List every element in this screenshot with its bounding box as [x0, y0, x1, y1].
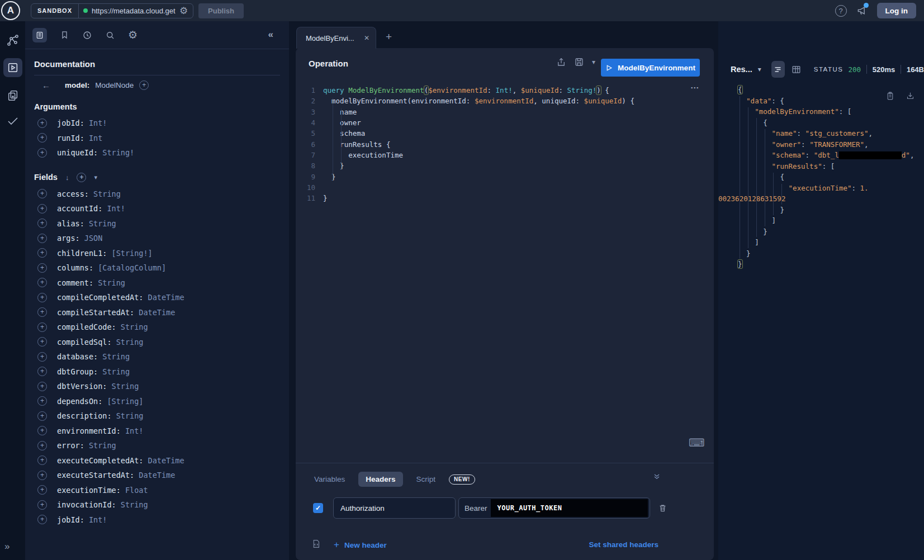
- add-field-icon[interactable]: [37, 426, 47, 435]
- add-field-icon[interactable]: [37, 441, 47, 450]
- add-field-icon[interactable]: [37, 133, 47, 143]
- field-signature[interactable]: childrenL1: [String!]: [57, 249, 153, 258]
- response-json-viewer[interactable]: {"data": {"modelByEnvironment": [{"name"…: [718, 84, 924, 270]
- announcements-megaphone-icon[interactable]: [856, 5, 868, 16]
- add-field-icon[interactable]: [37, 382, 47, 391]
- login-button[interactable]: Log in: [877, 3, 917, 18]
- add-field-icon[interactable]: [37, 307, 47, 317]
- new-tab-icon[interactable]: +: [386, 31, 392, 43]
- add-field-icon[interactable]: [37, 248, 47, 258]
- add-field-icon[interactable]: [37, 352, 47, 362]
- code-line[interactable]: 11}: [296, 193, 714, 203]
- collapse-subpanel-icon[interactable]: [652, 472, 661, 481]
- code-line[interactable]: 8 }: [296, 160, 714, 171]
- publish-button[interactable]: Publish: [198, 3, 244, 18]
- add-field-icon[interactable]: [37, 263, 47, 273]
- sort-fields-icon[interactable]: ↓: [65, 173, 69, 182]
- field-signature[interactable]: args: JSON: [57, 234, 102, 243]
- schema-graph-icon[interactable]: [6, 34, 20, 47]
- field-signature[interactable]: compileStartedAt: DateTime: [57, 308, 175, 317]
- code-line[interactable]: 9 }: [296, 171, 714, 182]
- field-signature[interactable]: database: String: [57, 352, 130, 361]
- add-field-icon[interactable]: [37, 411, 47, 421]
- field-signature[interactable]: invocationId: String: [57, 500, 148, 509]
- run-operation-button[interactable]: ModelByEnvironment: [601, 59, 700, 77]
- tab-variables[interactable]: Variables: [309, 472, 350, 487]
- add-field-icon[interactable]: [37, 485, 47, 495]
- code-line[interactable]: 10: [296, 182, 714, 193]
- add-field-icon[interactable]: [37, 396, 47, 406]
- add-field-icon[interactable]: [37, 455, 47, 465]
- tab-script[interactable]: Script: [411, 472, 442, 487]
- add-field-icon[interactable]: [37, 471, 47, 480]
- field-signature[interactable]: executionTime: Float: [57, 486, 148, 495]
- explorer-tab-icon[interactable]: [3, 58, 22, 77]
- endpoint-settings-gear-icon[interactable]: ⚙: [179, 5, 188, 17]
- tab-headers[interactable]: Headers: [358, 472, 402, 487]
- sandbox-pages-icon[interactable]: [7, 89, 19, 102]
- field-signature[interactable]: alias: String: [57, 219, 116, 228]
- endpoint-url[interactable]: https://metadata.cloud.get: [92, 7, 176, 15]
- field-signature[interactable]: dbtVersion: String: [57, 382, 139, 391]
- help-icon[interactable]: ?: [835, 5, 847, 17]
- header-value-input[interactable]: Bearer YOUR_AUTH_TOKEN: [458, 497, 650, 519]
- bookmarks-icon[interactable]: [60, 30, 69, 40]
- field-signature[interactable]: comment: String: [57, 278, 125, 287]
- delete-header-trash-icon[interactable]: [658, 503, 667, 513]
- add-field-icon[interactable]: [37, 234, 47, 243]
- collapse-panel-icon[interactable]: «: [268, 29, 273, 40]
- code-line[interactable]: 7 executionTime: [296, 150, 714, 160]
- close-tab-icon[interactable]: ✕: [364, 34, 369, 42]
- field-signature[interactable]: compiledCode: String: [57, 322, 148, 331]
- table-view-toggle-icon[interactable]: [791, 64, 802, 75]
- header-key-input[interactable]: Authorization: [333, 497, 456, 519]
- preview-headers-file-icon[interactable]: [311, 539, 321, 549]
- auth-token-field[interactable]: YOUR_AUTH_TOKEN: [491, 499, 648, 517]
- add-field-icon[interactable]: [37, 515, 47, 524]
- add-field-icon[interactable]: [37, 278, 47, 287]
- new-header-button[interactable]: + New header: [334, 539, 387, 550]
- add-to-query-icon[interactable]: [139, 80, 149, 90]
- field-signature[interactable]: compileCompletedAt: DateTime: [57, 293, 184, 302]
- code-line[interactable]: 6 runResults {: [296, 139, 714, 149]
- field-signature[interactable]: accountId: Int!: [57, 204, 125, 213]
- set-shared-headers-link[interactable]: Set shared headers: [589, 540, 658, 549]
- field-signature[interactable]: runId: Int: [57, 134, 102, 143]
- endpoint-control[interactable]: SANDBOX https://metadata.cloud.get ⚙: [31, 3, 193, 18]
- response-dropdown-chevron-icon[interactable]: ▾: [758, 65, 761, 73]
- add-field-icon[interactable]: [37, 204, 47, 213]
- history-icon[interactable]: [82, 30, 92, 40]
- add-all-fields-icon[interactable]: [77, 173, 86, 182]
- field-signature[interactable]: description: String: [57, 411, 143, 420]
- code-line[interactable]: 2 modelByEnvironment(environmentId: $env…: [296, 96, 714, 106]
- keyboard-shortcuts-icon[interactable]: ⌨: [689, 436, 705, 449]
- field-signature[interactable]: jobId: Int!: [57, 118, 107, 127]
- share-operation-icon[interactable]: [556, 57, 566, 67]
- header-enabled-checkbox[interactable]: [313, 503, 323, 513]
- save-operation-icon[interactable]: [574, 57, 584, 67]
- field-signature[interactable]: compiledSql: String: [57, 338, 143, 347]
- search-icon[interactable]: [105, 30, 115, 40]
- operation-tab[interactable]: ModelByEnvi... ✕: [296, 27, 376, 49]
- add-field-icon[interactable]: [37, 189, 47, 198]
- field-signature[interactable]: executeCompletedAt: DateTime: [57, 456, 184, 465]
- graphql-editor[interactable]: 1query ModelByEnvironment($environmentId…: [296, 85, 714, 203]
- breadcrumb-type[interactable]: ModelNode: [95, 81, 134, 89]
- save-dropdown-chevron-icon[interactable]: ▾: [592, 58, 595, 66]
- add-field-icon[interactable]: [37, 293, 47, 302]
- field-signature[interactable]: dependsOn: [String]: [57, 397, 143, 406]
- field-signature[interactable]: access: String: [57, 189, 121, 198]
- field-signature[interactable]: dbtGroup: String: [57, 367, 130, 376]
- field-signature[interactable]: jobId: Int!: [57, 515, 107, 524]
- code-line[interactable]: 3 name: [296, 107, 714, 117]
- settings-gear-icon[interactable]: ⚙: [128, 29, 138, 41]
- chevron-down-icon[interactable]: ▾: [94, 174, 97, 181]
- checks-icon[interactable]: [6, 114, 20, 127]
- add-field-icon[interactable]: [37, 337, 47, 347]
- field-signature[interactable]: executeStartedAt: DateTime: [57, 471, 175, 480]
- code-line[interactable]: 4 owner: [296, 117, 714, 128]
- add-field-icon[interactable]: [37, 322, 47, 332]
- formatted-view-toggle-icon[interactable]: [771, 61, 785, 78]
- field-signature[interactable]: uniqueId: String!: [57, 148, 134, 157]
- add-field-icon[interactable]: [37, 500, 47, 510]
